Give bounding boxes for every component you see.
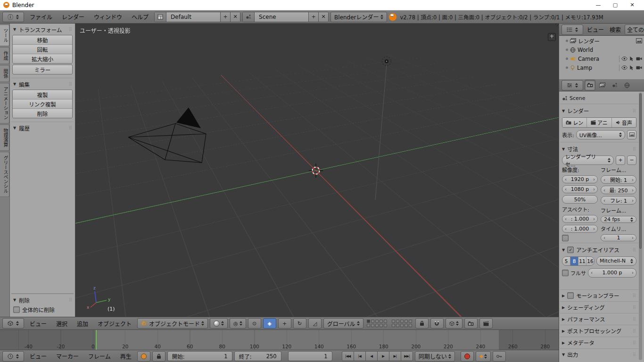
panel-header-antialiasing[interactable]: ▼ アンチエイリアス ⠿: [562, 245, 636, 255]
manipulator-toggle[interactable]: ◈: [263, 318, 276, 329]
menu-view[interactable]: ビュー: [26, 320, 50, 328]
antialiasing-checkbox[interactable]: [567, 247, 574, 253]
menu-render[interactable]: レンダー: [58, 13, 88, 21]
outliner-item-name[interactable]: World: [578, 47, 642, 53]
frame-end-field[interactable]: 最: 250: [601, 186, 636, 194]
audio-sync-select[interactable]: 同期しない: [415, 351, 455, 362]
opengl-render-still-button[interactable]: [464, 318, 478, 329]
disclosure-dot-icon[interactable]: [566, 49, 568, 51]
visibility-eye-icon[interactable]: [621, 57, 627, 61]
outliner-item-name[interactable]: Lamp: [577, 65, 617, 71]
panel-header-output[interactable]: ▼ 出力 ⠿: [560, 348, 638, 360]
selectability-cursor-icon[interactable]: [629, 65, 634, 70]
prev-keyframe-button[interactable]: |◀: [354, 352, 366, 361]
tab-world[interactable]: [621, 80, 632, 90]
render-engine-select[interactable]: Blenderレンダー: [330, 12, 387, 22]
scene-selector[interactable]: Scene + ✕: [242, 12, 329, 22]
mirror-button[interactable]: ミラー: [12, 65, 73, 74]
properties-vertical-scrollbar[interactable]: [639, 92, 642, 360]
menu-add[interactable]: 追加: [73, 320, 92, 328]
next-keyframe-button[interactable]: ▶|: [389, 352, 401, 361]
aspect-x-field[interactable]: : 1.000: [562, 215, 598, 223]
outliner-row-world[interactable]: World: [559, 45, 644, 54]
tab-relations[interactable]: 関係: [0, 65, 9, 82]
motion-blur-checkbox[interactable]: [567, 292, 574, 299]
snap-toggle[interactable]: [430, 318, 444, 329]
duplicate-linked-button[interactable]: リンク複製: [13, 99, 72, 109]
image-icon[interactable]: [636, 38, 642, 43]
remove-preset-button[interactable]: −: [627, 156, 636, 165]
outliner-row-lamp[interactable]: Lamp: [559, 63, 644, 72]
panel-header-last-operator[interactable]: ▼ 削除 ⠿: [11, 296, 74, 304]
panel-grip-icon[interactable]: ⠿: [633, 108, 636, 114]
screen-layout-selector[interactable]: Default + ✕: [154, 12, 240, 22]
menu-help[interactable]: ヘルプ: [128, 13, 152, 21]
play-button[interactable]: ▶: [378, 352, 389, 361]
panel-header-motion-blur[interactable]: ▶ モーションブラー ⠿: [560, 289, 638, 301]
menu-playback[interactable]: 再生: [116, 352, 135, 360]
disclosure-dot-icon[interactable]: [566, 40, 568, 42]
mode-select[interactable]: オブジェクトモード: [137, 318, 208, 329]
menu-object[interactable]: オブジェクト: [94, 320, 135, 328]
play-reverse-button[interactable]: ◀: [366, 352, 378, 361]
panel-grip-icon[interactable]: ⠿: [633, 352, 636, 357]
tab-grease-pencil[interactable]: グリースペンシル: [0, 152, 9, 197]
resolution-x-field[interactable]: 1920 p: [562, 175, 598, 183]
tab-render-layers[interactable]: [597, 80, 608, 90]
panel-grip-icon[interactable]: ⠿: [633, 340, 636, 346]
outliner-row-camera[interactable]: Camera: [559, 54, 644, 63]
editor-type-button-outliner[interactable]: [561, 25, 583, 35]
panel-grip-icon[interactable]: ⠿: [69, 82, 73, 87]
tab-scene[interactable]: [609, 80, 620, 90]
renderability-camera-icon[interactable]: [636, 57, 642, 61]
render-audio-button[interactable]: 音声: [612, 118, 636, 127]
scale-button[interactable]: 拡大縮小: [13, 54, 72, 63]
menu-frame[interactable]: フレーム: [84, 352, 115, 360]
frame-start-field[interactable]: 開始: 1: [601, 175, 636, 184]
editor-type-button-3dview[interactable]: [2, 318, 24, 329]
selectability-cursor-icon[interactable]: [629, 56, 634, 61]
delete-globally-checkbox[interactable]: [13, 306, 20, 313]
viewport-shading-select[interactable]: [210, 318, 228, 329]
panel-grip-icon[interactable]: ⠿: [633, 147, 636, 152]
outliner-item-name[interactable]: Camera: [578, 56, 617, 62]
resolution-percentage-field[interactable]: 50%: [562, 195, 598, 203]
lock-to-scene-toggle[interactable]: [415, 318, 429, 329]
transform-orientation-select[interactable]: グローバル: [323, 318, 363, 329]
aa-filter-select[interactable]: Mitchell-N: [596, 256, 636, 266]
tab-physics[interactable]: 物理演算: [0, 124, 9, 151]
renderability-camera-icon[interactable]: [636, 66, 642, 70]
render-animation-button[interactable]: アニ: [587, 118, 611, 127]
opengl-render-anim-button[interactable]: [479, 318, 493, 329]
panel-header-render[interactable]: ▼ レンダー ⠿: [562, 106, 636, 116]
minimize-button[interactable]: —: [590, 0, 607, 10]
resolution-y-field[interactable]: 1080 p: [562, 185, 598, 193]
aa-samples-5[interactable]: 5: [562, 257, 570, 265]
disclosure-dot-icon[interactable]: [566, 58, 568, 60]
panel-header-history[interactable]: ▼ 履歴 ⠿: [11, 123, 74, 132]
pivot-center-select[interactable]: ◎: [230, 318, 246, 329]
full-sample-checkbox[interactable]: [562, 270, 569, 276]
close-button[interactable]: ✕: [624, 0, 641, 10]
delete-globally-option[interactable]: 全体的に削除: [11, 304, 74, 315]
panel-header-performance[interactable]: ▶ パフォーマンス ⠿: [560, 313, 638, 325]
start-frame-field[interactable]: 開始: 1: [167, 351, 232, 361]
visibility-eye-icon[interactable]: [621, 66, 627, 70]
keying-set-select[interactable]: ◆: [476, 351, 491, 362]
timeline-ruler[interactable]: -40-20 020 4060 80100 120140 160180 2002…: [0, 330, 559, 350]
panel-grip-icon[interactable]: ⠿: [633, 305, 636, 310]
render-preset-select[interactable]: レンダープリセ...: [562, 156, 614, 165]
scene-icon[interactable]: [243, 12, 255, 22]
maximize-button[interactable]: ▢: [607, 0, 624, 10]
aa-samples-16[interactable]: 16: [586, 257, 594, 265]
panel-grip-icon[interactable]: ⠿: [69, 27, 73, 32]
use-preview-range-toggle[interactable]: [137, 351, 150, 362]
layers-grid-1[interactable]: [367, 320, 387, 327]
translate-manipulator-icon[interactable]: +: [278, 318, 291, 329]
aa-samples-11[interactable]: 11: [578, 257, 586, 265]
tab-render[interactable]: [585, 80, 595, 90]
display-image-button[interactable]: [627, 130, 636, 140]
tab-create[interactable]: 作成: [0, 47, 9, 64]
panel-grip-icon[interactable]: ⠿: [633, 329, 636, 334]
panel-grip-icon[interactable]: ⠿: [69, 297, 73, 303]
